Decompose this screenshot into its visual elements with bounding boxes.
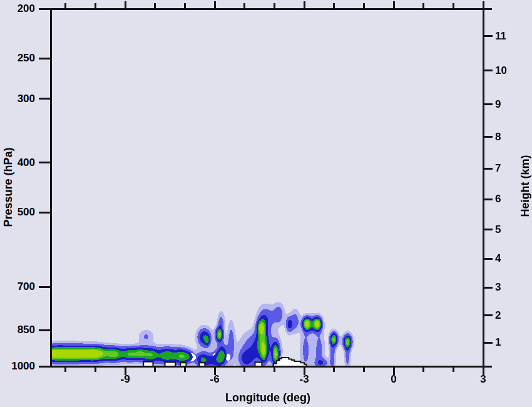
pressure-tick-label: 300 (0, 93, 35, 105)
pressure-tick (39, 98, 51, 100)
x-major-tick-top (304, 1, 305, 8)
x-tick-label: -3 (285, 373, 323, 386)
x-minor-tick-top (184, 3, 186, 8)
x-tick-label: 0 (375, 373, 412, 386)
axis-spine-right (483, 8, 484, 368)
pressure-axis-title: Pressure (hPa) (2, 147, 15, 227)
pressure-tick-label: 200 (0, 3, 35, 15)
x-minor-tick-top (64, 3, 66, 8)
x-tick-label: 3 (464, 373, 502, 386)
height-tick (483, 198, 493, 200)
x-minor-tick (95, 368, 96, 372)
pressure-tick (39, 162, 51, 163)
x-major-tick-top (214, 1, 216, 8)
axis-spine-bottom (43, 366, 492, 368)
height-tick-label: 4 (495, 252, 523, 265)
x-minor-tick (422, 368, 424, 372)
height-tick (483, 314, 493, 316)
height-tick (483, 136, 493, 138)
x-minor-tick (453, 368, 454, 372)
x-minor-tick (243, 368, 245, 372)
height-tick (483, 229, 493, 230)
height-tick (483, 168, 493, 170)
pressure-tick (39, 58, 51, 59)
x-minor-tick-top (274, 3, 275, 8)
x-minor-tick (184, 368, 186, 372)
height-tick (483, 258, 493, 260)
x-minor-tick (154, 368, 156, 372)
longitude-axis-title: Longitude (deg) (225, 391, 310, 404)
x-tick-label: -9 (106, 373, 144, 386)
x-minor-tick (64, 368, 66, 372)
x-minor-tick (274, 368, 275, 372)
height-tick-label: 1 (495, 336, 523, 349)
height-tick (483, 35, 493, 37)
x-major-tick-top (393, 1, 395, 8)
height-tick-label: 9 (495, 98, 523, 111)
height-tick (483, 70, 493, 71)
height-tick-label: 2 (495, 309, 523, 322)
pressure-tick-label: 850 (0, 324, 35, 336)
height-tick-label: 8 (495, 131, 523, 143)
height-tick (483, 287, 493, 289)
x-minor-tick (363, 368, 365, 372)
height-tick (483, 103, 493, 105)
pressure-tick-label: 700 (0, 281, 35, 293)
x-minor-tick-top (422, 3, 424, 8)
x-minor-tick-top (154, 3, 156, 8)
height-tick-label: 3 (495, 281, 523, 294)
pressure-tick-label: 250 (0, 52, 35, 64)
pressure-tick (39, 212, 51, 214)
contour-field-canvas (51, 9, 483, 366)
x-major-tick-top (483, 1, 484, 8)
x-tick-label: -6 (196, 373, 233, 386)
x-minor-tick-top (333, 3, 335, 8)
x-minor-tick (333, 368, 335, 372)
x-minor-tick-top (363, 3, 365, 8)
height-tick-label: 11 (495, 30, 523, 43)
pressure-tick-label: 1000 (0, 360, 35, 373)
x-minor-tick-top (453, 3, 454, 8)
height-tick (483, 342, 493, 344)
height-axis-title: Height (km) (519, 155, 532, 217)
axis-spine-top (43, 8, 492, 10)
height-tick-label: 5 (495, 224, 523, 236)
x-minor-tick-top (95, 3, 96, 8)
pressure-tick (39, 286, 51, 288)
x-minor-tick-top (243, 3, 245, 8)
x-major-tick-top (125, 1, 126, 8)
axis-spine-left (50, 8, 52, 368)
height-tick-label: 10 (495, 64, 523, 77)
pressure-tick (39, 329, 51, 331)
